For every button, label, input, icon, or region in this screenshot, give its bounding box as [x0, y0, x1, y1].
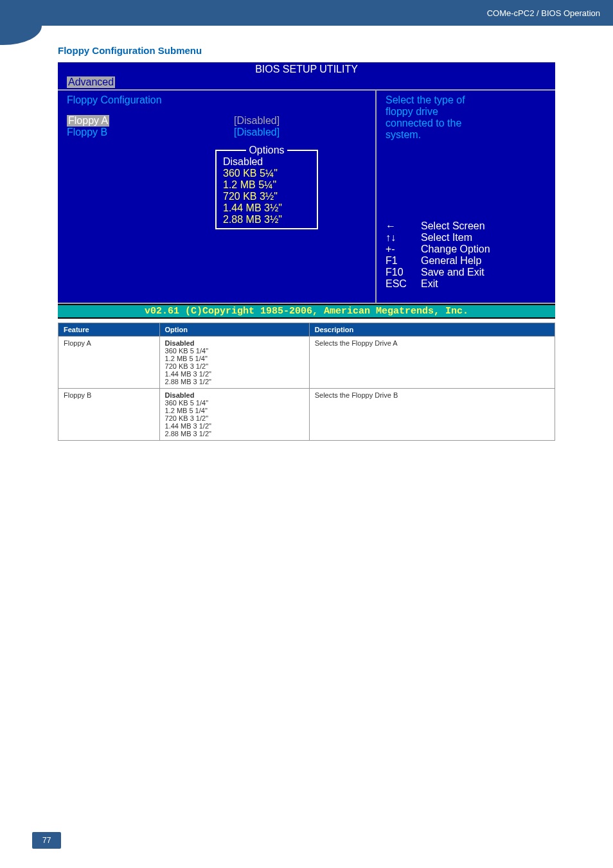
breadcrumb: COMe-cPC2 / BIOS Operation — [487, 8, 600, 18]
nav-row: F10Save and Exit — [386, 267, 547, 278]
opt-item: 1.44 MB 3 1/2" — [165, 422, 304, 430]
floppy-b-value: [Disabled] — [234, 127, 280, 138]
popup-item-5[interactable]: 2.88 MB 3½" — [223, 214, 310, 226]
floppy-a-label: Floppy A — [67, 115, 234, 127]
opt-item: 720 KB 3 1/2" — [165, 414, 304, 422]
panel-title: Floppy Configuration — [67, 94, 368, 106]
help-line: floppy drive — [386, 106, 547, 118]
row-floppy-a[interactable]: Floppy A [Disabled] — [67, 115, 368, 127]
nav-keys: ←Select Screen ↑↓Select Item +-Change Op… — [386, 220, 547, 296]
popup-item-1[interactable]: 360 KB 5¼" — [223, 168, 310, 179]
opt-item: 1.44 MB 3 1/2" — [165, 370, 304, 378]
popup-title-wrap: Options — [223, 145, 310, 156]
nav-row: +-Change Option — [386, 244, 547, 255]
cell-description: Selects the Floppy Drive A — [309, 337, 555, 389]
opt-item: 360 KB 5 1/4" — [165, 347, 304, 355]
options-popup: Options Disabled 360 KB 5¼" 1.2 MB 5¼" 7… — [215, 150, 318, 229]
opt-item: 1.2 MB 5 1/4" — [165, 355, 304, 362]
popup-item-3[interactable]: 720 KB 3½" — [223, 191, 310, 202]
cell-option: Disabled 360 KB 5 1/4" 1.2 MB 5 1/4" 720… — [159, 337, 309, 389]
th-option: Option — [159, 323, 309, 337]
tab-advanced[interactable]: Advanced — [67, 76, 115, 88]
header-band: COMe-cPC2 / BIOS Operation — [0, 0, 613, 26]
bios-tabs: Advanced — [58, 76, 555, 89]
bios-title: BIOS SETUP UTILITY — [255, 64, 358, 75]
nav-key: ↑↓ — [386, 232, 421, 244]
nav-key: F1 — [386, 255, 421, 267]
nav-key: +- — [386, 244, 421, 255]
help-line: Select the type of — [386, 94, 547, 106]
bios-footer: v02.61 (C)Copyright 1985-2006, American … — [58, 304, 555, 319]
table-row: Floppy A Disabled 360 KB 5 1/4" 1.2 MB 5… — [58, 337, 555, 389]
nav-key: ESC — [386, 278, 421, 290]
cell-feature: Floppy A — [58, 337, 160, 389]
feature-table: Feature Option Description Floppy A Disa… — [58, 323, 555, 441]
opt-item: 2.88 MB 3 1/2" — [165, 430, 304, 438]
floppy-b-label: Floppy B — [67, 127, 234, 138]
cell-description: Selects the Floppy Drive B — [309, 389, 555, 441]
bios-menubar: BIOS SETUP UTILITY — [58, 62, 555, 76]
nav-text: Save and Exit — [421, 267, 484, 278]
opt-item: 1.2 MB 5 1/4" — [165, 407, 304, 414]
floppy-a-value: [Disabled] — [234, 115, 280, 127]
opt-item: Disabled — [165, 339, 304, 347]
cell-feature: Floppy B — [58, 389, 160, 441]
help-line: connected to the — [386, 118, 547, 129]
nav-text: Select Item — [421, 232, 472, 244]
nav-key: F10 — [386, 267, 421, 278]
opt-item: Disabled — [165, 391, 304, 399]
nav-text: Change Option — [421, 244, 490, 255]
bios-body: Floppy Configuration Floppy A [Disabled]… — [58, 89, 555, 304]
content-area: Floppy Configuration Submenu BIOS SETUP … — [0, 26, 613, 441]
th-feature: Feature — [58, 323, 160, 337]
opt-item: 360 KB 5 1/4" — [165, 399, 304, 407]
nav-text: Exit — [421, 278, 438, 290]
help-text: Select the type of floppy drive connecte… — [386, 94, 547, 141]
page-footer: 77 — [32, 832, 581, 849]
help-line: system. — [386, 129, 547, 141]
page-number: 77 — [32, 832, 61, 849]
popup-item-0[interactable]: Disabled — [223, 156, 310, 168]
bios-left-panel: Floppy Configuration Floppy A [Disabled]… — [58, 91, 375, 303]
th-description: Description — [309, 323, 555, 337]
popup-item-4[interactable]: 1.44 MB 3½" — [223, 202, 310, 214]
cell-option: Disabled 360 KB 5 1/4" 1.2 MB 5 1/4" 720… — [159, 389, 309, 441]
nav-text: Select Screen — [421, 220, 485, 232]
opt-item: 720 KB 3 1/2" — [165, 362, 304, 370]
nav-row: F1General Help — [386, 255, 547, 267]
nav-row: ESCExit — [386, 278, 547, 290]
row-floppy-b[interactable]: Floppy B [Disabled] — [67, 127, 368, 138]
table-row: Floppy B Disabled 360 KB 5 1/4" 1.2 MB 5… — [58, 389, 555, 441]
popup-title: Options — [246, 145, 287, 155]
nav-row: ←Select Screen — [386, 220, 547, 232]
opt-item: 2.88 MB 3 1/2" — [165, 378, 304, 385]
table-header-row: Feature Option Description — [58, 323, 555, 337]
submenu-title: Floppy Configuration Submenu — [58, 45, 555, 56]
bios-right-panel: Select the type of floppy drive connecte… — [375, 91, 555, 303]
nav-row: ↑↓Select Item — [386, 232, 547, 244]
bios-screenshot: BIOS SETUP UTILITY Advanced Floppy Confi… — [58, 62, 555, 319]
nav-key: ← — [386, 220, 421, 232]
nav-text: General Help — [421, 255, 481, 267]
popup-item-2[interactable]: 1.2 MB 5¼" — [223, 179, 310, 191]
